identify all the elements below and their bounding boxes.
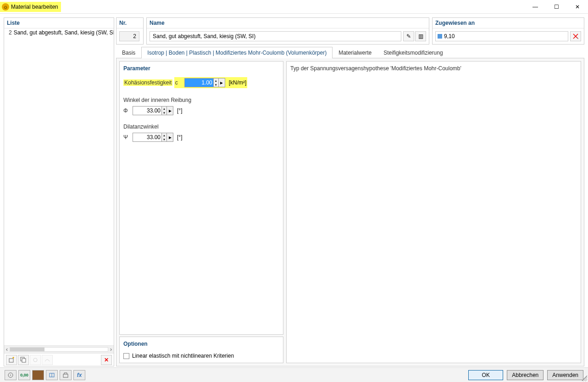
list-toolbar: ✕ xyxy=(4,353,114,366)
help-button[interactable] xyxy=(5,370,17,380)
parameter-title: Parameter xyxy=(123,65,279,72)
book-icon: ▥ xyxy=(418,33,423,39)
spin-up-icon[interactable]: ▲ xyxy=(214,79,218,83)
dialog-footer: 0,00 fx OK Abbrechen Anwenden xyxy=(0,367,588,382)
minimize-button[interactable]: — xyxy=(525,0,546,14)
friction-menu-button[interactable]: ▸ xyxy=(167,106,173,115)
tab-basis[interactable]: Basis xyxy=(116,47,141,58)
window-title: Material bearbeiten xyxy=(11,4,61,10)
maximize-icon: ☐ xyxy=(554,4,559,10)
ok-label: OK xyxy=(482,372,490,378)
list-panel: Liste 2 Sand, gut abgestuft, Sand, kiesi… xyxy=(4,17,114,366)
cancel-button[interactable]: Abbrechen xyxy=(507,370,544,380)
friction-input[interactable] xyxy=(133,106,162,115)
solid-icon xyxy=(438,34,442,39)
minimize-icon: — xyxy=(533,4,538,10)
linear-elastic-label: Linear elastisch mit nichtlinearen Krite… xyxy=(132,353,234,359)
titlebar: ☼ Material bearbeiten — ☐ ✕ xyxy=(0,0,588,14)
list-hscroll[interactable]: ‹ › xyxy=(4,345,114,353)
delete-icon: ✕ xyxy=(104,357,109,363)
svg-rect-0 xyxy=(9,359,13,362)
preview-button[interactable] xyxy=(46,370,58,380)
list-item-number: 2 xyxy=(9,29,12,36)
name-header: Name xyxy=(147,18,429,28)
options-title: Optionen xyxy=(123,341,279,347)
name-box: Name ✎ ▥ xyxy=(146,17,429,45)
maximize-button[interactable]: ☐ xyxy=(546,0,567,14)
color-button[interactable] xyxy=(32,370,44,380)
number-input[interactable] xyxy=(119,31,139,41)
app-icon-glyph: ☼ xyxy=(3,4,8,10)
rename-button[interactable]: ✎ xyxy=(403,31,414,41)
dilatancy-symbol: Ψ xyxy=(123,134,131,140)
toolbar-button-4 xyxy=(42,355,53,365)
list-item[interactable]: 2 Sand, gut abgestuft, Sand, kiesig (SW,… xyxy=(4,28,114,37)
ok-button[interactable]: OK xyxy=(468,370,503,380)
clear-assigned-button[interactable] xyxy=(570,31,581,41)
resize-grip[interactable] xyxy=(582,376,587,381)
list-header: Liste xyxy=(4,18,114,28)
spin-down-icon[interactable]: ▼ xyxy=(162,137,166,141)
friction-label: Winkel der inneren Reibung xyxy=(123,97,279,103)
cohesion-spinner[interactable]: ▲▼ xyxy=(214,78,219,87)
cohesion-input[interactable] xyxy=(184,78,214,87)
cohesion-menu-button[interactable]: ▸ xyxy=(219,78,225,87)
list-body[interactable]: 2 Sand, gut abgestuft, Sand, kiesig (SW,… xyxy=(4,28,114,345)
linear-elastic-checkbox[interactable] xyxy=(123,353,129,359)
spin-up-icon[interactable]: ▲ xyxy=(162,133,166,137)
info-text: Typ der Spannungsversagenshypothese 'Mod… xyxy=(290,65,461,72)
copy-material-button[interactable] xyxy=(18,355,29,365)
cancel-label: Abbrechen xyxy=(512,372,538,378)
dilatancy-input[interactable] xyxy=(133,133,162,142)
svg-rect-2 xyxy=(22,359,26,362)
friction-spinner[interactable]: ▲▼ xyxy=(162,106,167,115)
number-box: Nr. xyxy=(116,17,144,45)
chevron-right-icon: ▸ xyxy=(169,134,172,140)
delete-material-button[interactable]: ✕ xyxy=(101,355,112,365)
options-fieldset: Optionen Linear elastisch mit nichtlinea… xyxy=(119,337,283,363)
spin-down-icon[interactable]: ▼ xyxy=(214,83,218,87)
list-item-name: Sand, gut abgestuft, Sand, kiesig (SW, S… xyxy=(14,29,114,36)
close-button[interactable]: ✕ xyxy=(567,0,588,14)
assigned-input[interactable]: 9,10 xyxy=(435,31,568,41)
scroll-right-icon[interactable]: › xyxy=(110,346,112,353)
spin-down-icon[interactable]: ▼ xyxy=(162,111,166,115)
apply-button[interactable]: Anwenden xyxy=(547,370,583,380)
dilatancy-spinner[interactable]: ▲▼ xyxy=(162,133,167,142)
dilatancy-label: Dilatanzwinkel xyxy=(123,124,279,130)
spin-up-icon[interactable]: ▲ xyxy=(162,107,166,111)
main-area: Parameter Kohäsionsfestigkeit c ▲▼ ▸ [kN… xyxy=(116,58,584,366)
tab-steifigkeit[interactable]: Steifigkeitsmodifizierung xyxy=(377,47,449,58)
dilatancy-menu-button[interactable]: ▸ xyxy=(167,133,173,142)
view-button[interactable] xyxy=(60,370,72,380)
app-icon: ☼ xyxy=(2,3,9,11)
name-input[interactable] xyxy=(150,31,401,41)
tab-materialwerte[interactable]: Materialwerte xyxy=(333,47,377,58)
chevron-right-icon: ▸ xyxy=(220,79,223,86)
parameter-fieldset: Parameter Kohäsionsfestigkeit c ▲▼ ▸ [kN… xyxy=(119,61,283,335)
apply-label: Anwenden xyxy=(552,372,578,378)
friction-symbol: Φ xyxy=(123,107,131,114)
close-icon: ✕ xyxy=(575,4,580,10)
assigned-box: Zugewiesen an 9,10 xyxy=(432,17,584,45)
svg-point-5 xyxy=(10,375,11,376)
svg-point-3 xyxy=(33,358,37,362)
new-material-button[interactable] xyxy=(6,355,17,365)
assigned-value: 9,10 xyxy=(444,33,455,39)
toolbar-button-3 xyxy=(30,355,41,365)
info-panel: Typ der Spannungsversagenshypothese 'Mod… xyxy=(286,61,581,363)
friction-unit: [°] xyxy=(177,107,182,114)
function-button[interactable]: fx xyxy=(73,370,85,380)
tab-isotrop[interactable]: Isotrop | Boden | Plastisch | Modifizier… xyxy=(141,47,333,58)
cohesion-symbol: c xyxy=(175,79,183,86)
chevron-right-icon: ▸ xyxy=(169,107,172,114)
scroll-left-icon[interactable]: ‹ xyxy=(6,346,8,353)
dilatancy-unit: [°] xyxy=(177,134,182,140)
scroll-thumb[interactable] xyxy=(10,348,44,351)
units-button[interactable]: 0,00 xyxy=(18,370,30,380)
assigned-header: Zugewiesen an xyxy=(433,18,584,28)
library-button[interactable]: ▥ xyxy=(415,31,426,41)
number-header: Nr. xyxy=(116,18,143,28)
pencil-icon: ✎ xyxy=(406,33,411,39)
tabbar: Basis Isotrop | Boden | Plastisch | Modi… xyxy=(116,46,584,58)
